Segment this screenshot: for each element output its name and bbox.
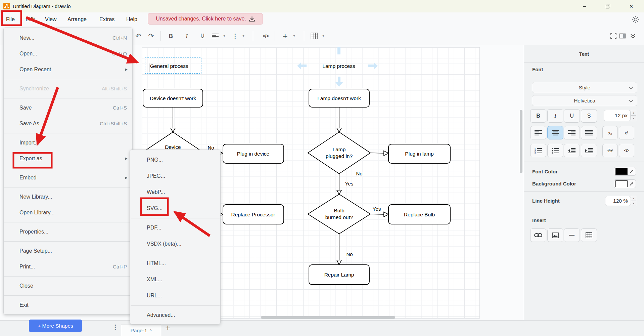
menu-item-html[interactable]: HTML... <box>130 255 220 271</box>
stepper-up-icon[interactable]: ▲ <box>631 110 636 116</box>
style-dropdown[interactable]: Style <box>532 82 637 93</box>
subscript-button[interactable]: x₂ <box>602 126 618 139</box>
fullscreen-icon[interactable] <box>610 33 616 39</box>
background-color-swatch[interactable] <box>615 180 628 187</box>
menu-item-page-setup[interactable]: Page Setup... <box>4 243 132 259</box>
insert-table-button[interactable] <box>581 228 597 242</box>
minimize-button[interactable]: – <box>577 0 592 12</box>
stepper-down-icon[interactable]: ▼ <box>631 201 636 206</box>
outdent-button[interactable] <box>564 144 580 157</box>
menu-item-save[interactable]: SaveCtrl+S <box>4 100 132 116</box>
dots-caret-icon[interactable]: ▾ <box>242 34 244 38</box>
underline-button[interactable]: U <box>564 109 580 123</box>
unsaved-changes-button[interactable]: Unsaved changes. Click here to save. <box>148 13 263 25</box>
redo-icon[interactable]: ↷ <box>148 33 154 39</box>
stepper-up-icon[interactable]: ▲ <box>631 196 636 201</box>
menu-arrange[interactable]: Arrange <box>67 12 87 27</box>
insert-caret-icon[interactable]: ▾ <box>293 34 295 38</box>
font-color-picker[interactable] <box>614 167 636 176</box>
font-size-input[interactable]: 12 px <box>604 110 631 121</box>
undo-icon[interactable]: ↶ <box>136 33 141 39</box>
format-panel-toggle-icon[interactable] <box>619 33 626 38</box>
menu-item-properties[interactable]: Properties... <box>4 224 132 240</box>
node-bulb-burned-out[interactable] <box>308 194 370 234</box>
more-shapes-button[interactable]: + More Shapes <box>29 320 82 332</box>
menu-item-save-as[interactable]: Save As...Ctrl+Shift+S <box>4 116 132 131</box>
menu-item-export-as[interactable]: Export as▶ <box>4 151 132 166</box>
menu-item-svg[interactable]: SVG... <box>130 200 220 216</box>
insert-link-button[interactable] <box>530 228 546 242</box>
menu-item-open-recent[interactable]: Open Recent▶ <box>4 61 132 77</box>
menu-item-url[interactable]: URL... <box>130 288 220 304</box>
menu-item-xml[interactable]: XML... <box>130 271 220 288</box>
line-height-stepper[interactable]: ▲▼ <box>631 196 636 206</box>
clear-formatting-button[interactable]: Tx <box>602 144 618 157</box>
page-tab[interactable]: Page-1 ^ <box>121 325 161 336</box>
insert-plus-icon[interactable]: + <box>282 32 287 40</box>
hover-arrow-down-icon[interactable] <box>335 77 343 87</box>
menu-item-new-library[interactable]: New Library... <box>4 189 132 205</box>
menu-edit[interactable]: Edit <box>26 12 35 27</box>
font-family-dropdown[interactable]: Helvetica <box>532 95 637 106</box>
numbered-list-button[interactable]: 123 <box>530 144 546 157</box>
underline-button[interactable]: U <box>200 33 204 39</box>
line-height-input[interactable]: 120 % <box>605 196 631 206</box>
menu-item-open[interactable]: Open...Ctrl+O <box>4 46 132 61</box>
general-process-title[interactable]: General process <box>150 63 188 69</box>
bullet-list-button[interactable] <box>547 144 563 157</box>
hover-arrow-up-icon[interactable] <box>337 47 340 54</box>
indent-button[interactable] <box>581 144 597 157</box>
menu-item-open-library[interactable]: Open Library... <box>4 205 132 220</box>
pages-menu-icon[interactable]: ⋮ <box>112 323 119 331</box>
strikethrough-button[interactable]: S <box>581 109 597 123</box>
node-lamp-plugged-in[interactable] <box>308 132 370 174</box>
background-color-picker[interactable] <box>614 179 636 188</box>
menu-help[interactable]: Help <box>126 12 137 27</box>
html-code-button[interactable]: </> <box>619 144 634 157</box>
close-button[interactable]: × <box>624 0 639 12</box>
menu-item-webp[interactable]: WebP... <box>130 184 220 200</box>
menu-item-png[interactable]: PNG... <box>130 152 220 168</box>
collapse-chevrons-icon[interactable] <box>630 33 636 39</box>
italic-button[interactable]: I <box>547 109 563 123</box>
lamp-process-title[interactable]: Lamp process <box>322 63 355 69</box>
vertical-dots-icon[interactable]: ⋮ <box>232 33 238 39</box>
menu-file[interactable]: File <box>6 12 15 27</box>
menu-view[interactable]: View <box>45 12 56 27</box>
hover-arrow-left-icon[interactable] <box>297 62 307 70</box>
insert-image-button[interactable] <box>547 228 563 242</box>
hover-arrow-right-icon[interactable] <box>368 62 378 70</box>
italic-button[interactable]: I <box>186 33 188 39</box>
table-caret-icon[interactable]: ▾ <box>322 34 324 38</box>
font-size-stepper[interactable]: ▲▼ <box>631 110 636 121</box>
menu-extras[interactable]: Extras <box>99 12 114 27</box>
menu-item-vsdx[interactable]: VSDX (beta)... <box>130 236 220 252</box>
menu-item-new[interactable]: New...Ctrl+N <box>4 30 132 46</box>
insert-rule-button[interactable]: — <box>564 228 580 242</box>
align-center-button[interactable] <box>547 126 563 139</box>
bold-button[interactable]: B <box>530 109 546 123</box>
align-left-button[interactable] <box>530 126 546 139</box>
menu-item-pdf[interactable]: PDF... <box>130 220 220 236</box>
menu-item-jpeg[interactable]: JPEG... <box>130 168 220 184</box>
stepper-down-icon[interactable]: ▼ <box>631 116 636 121</box>
table-icon[interactable] <box>311 33 318 39</box>
align-caret-icon[interactable]: ▾ <box>223 34 225 38</box>
menu-item-close[interactable]: Close <box>4 278 132 294</box>
tab-text[interactable]: Text <box>524 45 644 63</box>
align-icon[interactable] <box>212 33 219 39</box>
horizontal-scrollbar[interactable] <box>261 316 395 319</box>
restore-button[interactable] <box>600 0 615 12</box>
align-right-button[interactable] <box>564 126 580 139</box>
font-color-swatch[interactable] <box>615 168 628 175</box>
menu-item-import[interactable]: Import... <box>4 135 132 151</box>
vertical-scrollbar[interactable] <box>520 110 522 173</box>
theme-sun-icon[interactable] <box>632 16 639 23</box>
bold-button[interactable]: B <box>169 33 173 39</box>
menu-item-print[interactable]: Print...Ctrl+P <box>4 259 132 275</box>
menu-item-embed[interactable]: Embed▶ <box>4 170 132 185</box>
superscript-button[interactable]: x² <box>619 126 634 139</box>
menu-item-advanced[interactable]: Advanced... <box>130 307 220 323</box>
justify-button[interactable] <box>581 126 597 139</box>
code-button[interactable]: </> <box>263 34 268 38</box>
